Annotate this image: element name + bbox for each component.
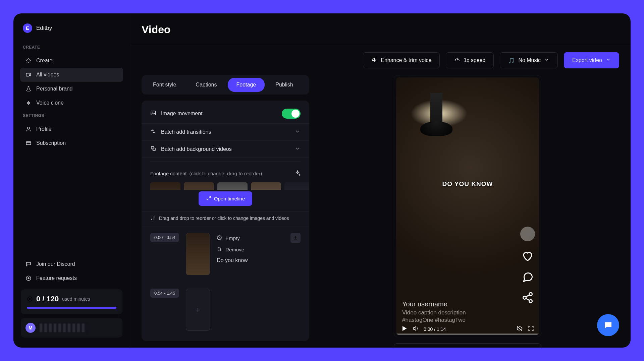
ban-icon <box>217 235 222 241</box>
brand-name: Editby <box>36 25 52 32</box>
player-progress[interactable] <box>396 334 539 335</box>
avatar: M <box>25 323 36 333</box>
sparkle-icon <box>25 58 32 64</box>
section-label-settings: SETTINGS <box>20 110 123 122</box>
eye-off-icon[interactable] <box>516 325 523 333</box>
fullscreen-icon[interactable] <box>528 325 534 333</box>
sparkle-icon[interactable] <box>294 170 301 177</box>
action-label: Remove <box>225 247 244 252</box>
waveform-icon <box>25 100 32 106</box>
export-video-button[interactable]: Export video <box>564 52 619 68</box>
tab-font-style[interactable]: Font style <box>144 78 185 92</box>
setting-label: Image movement <box>161 111 203 117</box>
video-icon <box>25 72 32 78</box>
button-label: Open timeline <box>214 196 245 201</box>
setting-batch-transitions[interactable]: Batch add transitions <box>142 124 309 141</box>
chat-fab[interactable] <box>597 314 619 336</box>
volume-icon[interactable] <box>412 325 419 333</box>
sidebar-item-profile[interactable]: Profile <box>20 122 123 136</box>
svg-rect-2 <box>26 142 31 145</box>
player-time: 0:00 / 1:14 <box>424 326 446 332</box>
shot-caption: Do you know <box>217 257 301 263</box>
shot-thumb-add[interactable]: + <box>186 289 210 331</box>
tab-publish[interactable]: Publish <box>267 78 302 92</box>
open-timeline-button[interactable]: Open timeline <box>199 191 253 206</box>
enhance-voice-button[interactable]: Enhance & trim voice <box>363 52 440 68</box>
shot-empty-button[interactable]: Empty <box>217 235 240 241</box>
footage-thumb[interactable] <box>251 182 281 190</box>
image-movement-toggle[interactable] <box>282 109 301 119</box>
brand: E Editby <box>20 23 123 42</box>
speaker-icon <box>371 57 377 64</box>
footage-thumb[interactable] <box>217 182 248 190</box>
sidebar-item-feature-requests[interactable]: Feature requests <box>20 271 123 285</box>
shot-thumb[interactable] <box>186 233 210 275</box>
footage-hint: (click to change, drag to reorder) <box>189 171 262 176</box>
shot-remove-button[interactable]: Remove <box>217 246 301 253</box>
download-button[interactable] <box>290 233 301 243</box>
button-label: 1x speed <box>464 57 485 63</box>
footage-thumb[interactable] <box>150 182 180 190</box>
caption-overlay: DO YOU KNOW <box>396 180 539 188</box>
setting-label: Batch add background videos <box>161 146 232 152</box>
sidebar-item-label: Profile <box>36 126 51 132</box>
warning-message: ⚠️ Image flickering and voice repeated h… <box>394 343 541 348</box>
user-card[interactable]: M <box>21 318 122 338</box>
video-preview[interactable]: DO YOU KNOW Your username Video caption … <box>396 77 539 335</box>
footage-title: Footage content <box>150 171 186 176</box>
svg-point-10 <box>529 293 532 296</box>
flask-icon <box>25 86 32 92</box>
svg-point-1 <box>28 127 30 129</box>
page-title: Video <box>142 23 619 36</box>
chevron-down-icon <box>294 128 301 136</box>
image-icon <box>150 110 156 117</box>
sidebar-item-label: All videos <box>36 72 59 78</box>
button-label: Enhance & trim voice <box>381 57 431 63</box>
social-overlay <box>520 227 535 304</box>
play-circle-icon <box>27 296 33 302</box>
preview-container: DO YOU KNOW Your username Video caption … <box>394 75 541 337</box>
svg-point-12 <box>529 300 532 303</box>
card-icon <box>25 140 32 146</box>
tab-captions[interactable]: Captions <box>187 78 225 92</box>
usage-suffix: used minutes <box>62 296 90 302</box>
speed-button[interactable]: 1x speed <box>446 52 494 68</box>
setting-batch-bg-videos[interactable]: Batch add background videos <box>142 141 309 158</box>
brand-badge: E <box>23 23 32 33</box>
sidebar-item-all-videos[interactable]: All videos <box>20 68 123 82</box>
chat-bubble-icon <box>603 320 613 330</box>
chat-icon <box>25 261 32 267</box>
sidebar-item-label: Voice clone <box>36 100 64 106</box>
expand-icon <box>206 195 211 202</box>
sidebar-item-label: Join our Discord <box>36 261 75 267</box>
sidebar-item-label: Subscription <box>36 140 66 146</box>
profile-avatar-icon <box>520 227 535 241</box>
sidebar-item-create[interactable]: Create <box>20 54 123 68</box>
sidebar-item-personal-brand[interactable]: Personal brand <box>20 82 123 96</box>
download-icon <box>293 235 298 241</box>
comment-icon <box>522 271 534 283</box>
music-button[interactable]: 🎵 No Music <box>500 52 558 68</box>
sidebar-item-subscription[interactable]: Subscription <box>20 136 123 150</box>
section-label-create: CREATE <box>20 42 123 54</box>
description-overlay: Video caption description <box>402 309 466 316</box>
footage-thumbnails <box>142 180 309 190</box>
sidebar-item-voice-clone[interactable]: Voice clone <box>20 96 123 110</box>
play-icon[interactable] <box>401 325 408 333</box>
shot-row: 0.00 - 0.54 Empty <box>142 226 309 282</box>
footage-thumb[interactable] <box>184 182 214 190</box>
sidebar-item-label: Personal brand <box>36 86 73 92</box>
usage-count: 0 / 120 <box>36 295 59 303</box>
chevron-down-icon <box>605 57 611 64</box>
tab-footage[interactable]: Footage <box>228 78 265 92</box>
layers-icon <box>150 145 156 153</box>
chevron-down-icon <box>294 145 301 153</box>
plus-circle-icon <box>25 275 32 281</box>
footage-thumb[interactable] <box>284 182 309 190</box>
usage-progress <box>27 307 116 309</box>
hint-label: Drag and drop to reorder or click to cha… <box>159 216 289 222</box>
sidebar-item-discord[interactable]: Join our Discord <box>20 257 123 271</box>
usage-card: 0 / 120 used minutes <box>21 289 122 314</box>
music-icon: 🎵 <box>508 57 515 64</box>
transitions-icon <box>150 128 156 136</box>
